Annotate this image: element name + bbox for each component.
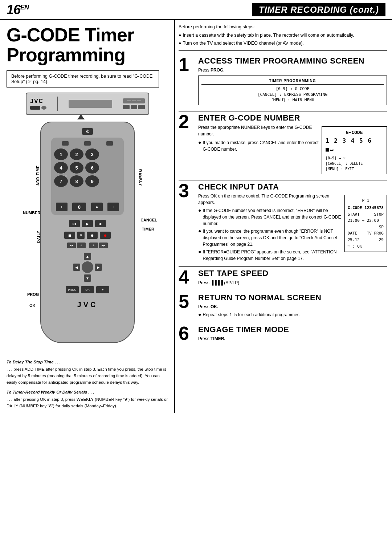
vcr-device: JVC [26, 93, 149, 115]
remote-control: ADD TIME WEEKLY DAILY NUMBER CANCEL TIME… [26, 122, 149, 354]
step-1-num: 1 [179, 55, 195, 107]
step-3-section: 3 CHECK INPUT DATA – P 1 – G-CODE 123456… [179, 180, 387, 267]
screen-title: TIMER PROGRAMMING [201, 78, 384, 85]
num-btn-8[interactable]: 8 [70, 175, 83, 187]
num-btn-1[interactable]: 1 [54, 148, 68, 160]
add-time-label: ADD TIME [36, 165, 40, 186]
num-btn-9[interactable]: 9 [85, 175, 99, 187]
step-3-body: – P 1 – G-CODE 12345678 START STOP 21:00… [198, 193, 387, 263]
num-btn-4[interactable]: 4 [54, 162, 68, 174]
intro-box: Before performing G-CODE timer recording… [7, 70, 159, 87]
step-5-bullet: ● Repeat steps 1–5 for each additional p… [198, 311, 387, 318]
step-4-body: Press ▐▐▐▐ (SP/LP). [198, 280, 387, 286]
step-2-body: G-CODE 1 2 3 4 5 6 ■↵ [0-9] → ☞ [CANCEL]… [198, 124, 387, 177]
screen2-rows: [0-9] → ☞ [CANCEL] : DELETE [MENU] : EXI… [326, 155, 383, 172]
screen-row: [MENU] : MAIN MENU [201, 97, 384, 103]
step-3-heading: CHECK INPUT DATA [198, 183, 387, 191]
page-title: G-CODE Timer Programming [7, 25, 168, 65]
step-3-bullet-1: ● If the G-CODE number you entered is in… [198, 207, 342, 227]
step-1-content: ACCESS TIMER PROGRAMMING SCREEN Press PR… [198, 57, 387, 107]
step-5-num: 5 [179, 292, 195, 319]
screen3-header: START STOP [348, 211, 384, 218]
step-3-bullet-2: ● If you want to cancel the programme ev… [198, 228, 342, 248]
arrow-left[interactable]: ◀ [73, 264, 80, 271]
device-illustration: JVC [7, 93, 168, 354]
num-btn-2[interactable]: 2 ▲ [70, 148, 83, 160]
bottom-notes: To Delay The Stop Time . . . . . . press… [7, 359, 168, 410]
vcr-button [131, 105, 137, 109]
num-btn-0[interactable]: 0 [72, 203, 86, 211]
section-title: TIMER RECORDING (cont.) [252, 3, 385, 16]
rewind-btn[interactable]: ⏮ [69, 220, 80, 227]
weekly-body: . . . after pressing OK in step 3, press… [7, 396, 168, 410]
transport-row: ⏮ ▶ ⏭ [69, 220, 106, 227]
vcr-tape-slot [69, 100, 112, 108]
right-intro: Before performing the following steps: ●… [179, 24, 387, 51]
screen2-title: G-CODE [326, 129, 383, 136]
bullet-2: ● Turn on the TV and select the VIDEO ch… [179, 40, 387, 47]
step-4-content: SET TAPE SPEED Press ▐▐▐▐ (SP/LP). [198, 269, 387, 287]
screen3-times: 21:00 → 22:00 [348, 217, 384, 224]
num-btn-6[interactable]: 6 [85, 162, 99, 174]
step-6-heading: ENGAGE TIMER MODE [198, 325, 387, 334]
step-1-heading: ACCESS TIMER PROGRAMMING SCREEN [198, 57, 387, 65]
screen3-ok: ☞ : OK [348, 243, 384, 250]
step-3-content: CHECK INPUT DATA – P 1 – G-CODE 12345678… [198, 183, 387, 263]
screen-row: [0-9] : G-CODE [201, 86, 384, 91]
number-label: NUMBER [23, 211, 40, 215]
delay-title: To Delay The Stop Time . . . [7, 359, 168, 366]
step-1-screen: TIMER PROGRAMMING [0-9] : G-CODE [CANCEL… [198, 76, 387, 105]
arrow-up[interactable]: ▲ [84, 253, 91, 260]
arrow-down[interactable]: ▼ [84, 274, 91, 282]
number-grid: 1 2 ▲ 3 4 5 6 7 ⊙ 8 9 [54, 148, 121, 200]
stop-btn[interactable]: ⏹ [64, 232, 75, 239]
step-5-content: RETURN TO NORMAL SCREEN Press OK. ● Repe… [198, 293, 387, 319]
step-5-heading: RETURN TO NORMAL SCREEN [198, 293, 387, 302]
main-layout: G-CODE Timer Programming Before performi… [0, 20, 392, 413]
step-2-num: 2 [179, 112, 195, 176]
page-number: 16EN [7, 2, 29, 17]
cancel-label: CANCEL [140, 218, 157, 222]
weekly-label: WEEKLY [139, 169, 143, 186]
step-2-screen: G-CODE 1 2 3 4 5 6 ■↵ [0-9] → ☞ [CANCEL]… [322, 126, 387, 175]
num-btn-7[interactable]: 7 ⊙ [54, 175, 68, 187]
step-1-body: Press PROG. TIMER PROGRAMMING [0-9] : G-… [198, 67, 387, 105]
ok-label: OK [29, 303, 36, 307]
step-5-body: Press OK. ● Repeat steps 1–5 for each ad… [198, 304, 387, 318]
step-6-num: 6 [179, 324, 195, 343]
step-4-num: 4 [179, 268, 195, 287]
pause-btn[interactable]: ⏺ [87, 232, 98, 239]
arrow-right[interactable]: ▶ [95, 264, 102, 271]
step-2-section: 2 ENTER G-CODE NUMBER G-CODE 1 2 3 4 5 6… [179, 111, 387, 180]
remote-brand: JVC [77, 301, 98, 309]
vcr-brand: JVC [30, 98, 44, 105]
rec-btn[interactable]: ⏺ [100, 232, 111, 239]
play-btn[interactable]: ▶ [82, 220, 93, 227]
step-3-num: 3 [179, 181, 195, 263]
left-column: G-CODE Timer Programming Before performi… [0, 20, 174, 413]
page-header: 16EN TIMER RECORDING (cont.) [0, 0, 392, 20]
transport-row2: ⏹ 0 ⏺ ⏺ [64, 232, 111, 239]
timer-label: TIMER [142, 227, 154, 231]
step-1-section: 1 ACCESS TIMER PROGRAMMING SCREEN Press … [179, 54, 387, 111]
step-2-heading: ENTER G-CODE NUMBER [198, 114, 387, 122]
delay-body: . . . press ADD TIME after pressing OK i… [7, 366, 168, 386]
step-6-section: 6 ENGAGE TIMER MODE Press TIMER. [179, 323, 387, 347]
vcr-button [123, 105, 130, 109]
bullet-1: ● Insert a cassette with the safety tab … [179, 32, 387, 39]
num-btn-3[interactable]: 3 [85, 148, 99, 160]
screen3-daterow: DATE TV PROG [348, 230, 384, 237]
num-btn-5[interactable]: 5 [70, 162, 83, 174]
arrow-pad: ▲ ▼ ◀ ▶ [73, 253, 102, 282]
step-3-screen: – P 1 – G-CODE 12345678 START STOP 21:00… [344, 195, 387, 252]
step-4-section: 4 SET TAPE SPEED Press ▐▐▐▐ (SP/LP). [179, 267, 387, 291]
step-2-bullet: ● If you made a mistake, press CANCEL an… [198, 139, 319, 152]
step-6-content: ENGAGE TIMER MODE Press TIMER. [198, 325, 387, 343]
step-5-section: 5 RETURN TO NORMAL SCREEN Press OK. ● Re… [179, 291, 387, 323]
prog-label: PROG [27, 292, 39, 297]
step-3-bullet-3: ● If "ERROR=GUIDE PROG" appears on the s… [198, 249, 342, 262]
ff-btn[interactable]: ⏭ [95, 220, 106, 227]
arrow-center [82, 261, 93, 273]
step-2-content: ENTER G-CODE NUMBER G-CODE 1 2 3 4 5 6 ■… [198, 114, 387, 176]
screen-row: [CANCEL] : EXPRESS PROGRAMING [201, 92, 384, 97]
